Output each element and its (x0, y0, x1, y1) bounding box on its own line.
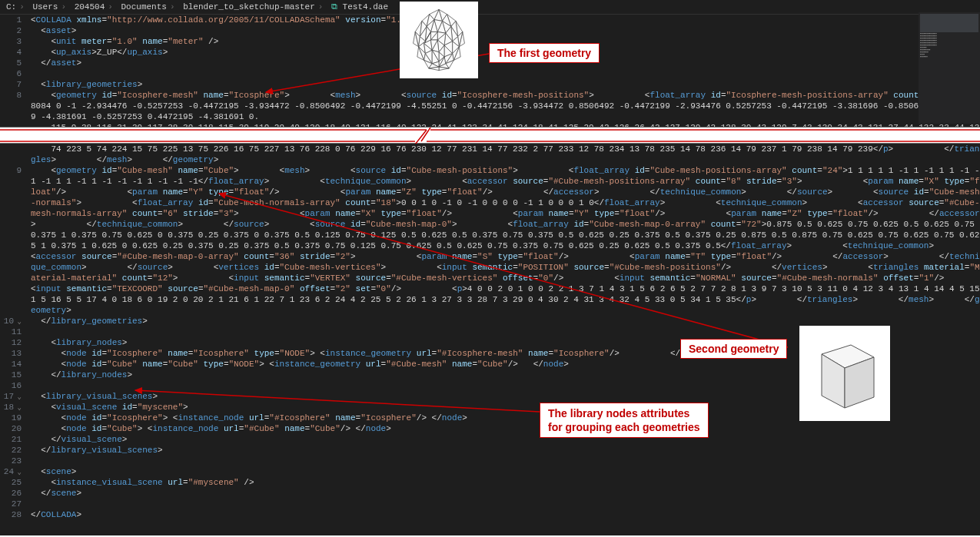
crumb[interactable]: C: (6, 2, 16, 12)
crumb[interactable]: Users (32, 2, 58, 12)
icosphere-thumbnail (400, 2, 478, 78)
breadcrumb[interactable]: C:› Users› 204504› Documents› blender_to… (0, 0, 980, 15)
crumb-file[interactable]: Test4.dae (343, 2, 388, 12)
annotation-first-geometry: The first geometry (489, 43, 600, 63)
crumb[interactable]: 204504 (75, 2, 105, 12)
line-gutter: 9 10⌄11121314151617⌄18⌄192021222324⌄2526… (0, 144, 31, 520)
cube-thumbnail (799, 326, 890, 421)
page-break-gap (0, 127, 980, 144)
annotation-library-nodes: The library nodes attributes for groupin… (540, 403, 709, 438)
code-editor-top[interactable]: C:› Users› 204504› Documents› blender_to… (0, 0, 980, 127)
minimap[interactable]: ▀▀▀▀▀▀▀▀▀▀▀▀▀▀▀▀▀▀▀▀▀▀▀▀▀▀▀▀▀▀▀▀▀▀▀▀▀▀▀▀… (919, 12, 980, 124)
file-icon: ⧉ (331, 2, 343, 12)
annotation-second-geometry: Second geometry (680, 339, 787, 359)
crumb[interactable]: blender_to_sketchup-master (183, 2, 315, 12)
crumb[interactable]: Documents (121, 2, 166, 12)
